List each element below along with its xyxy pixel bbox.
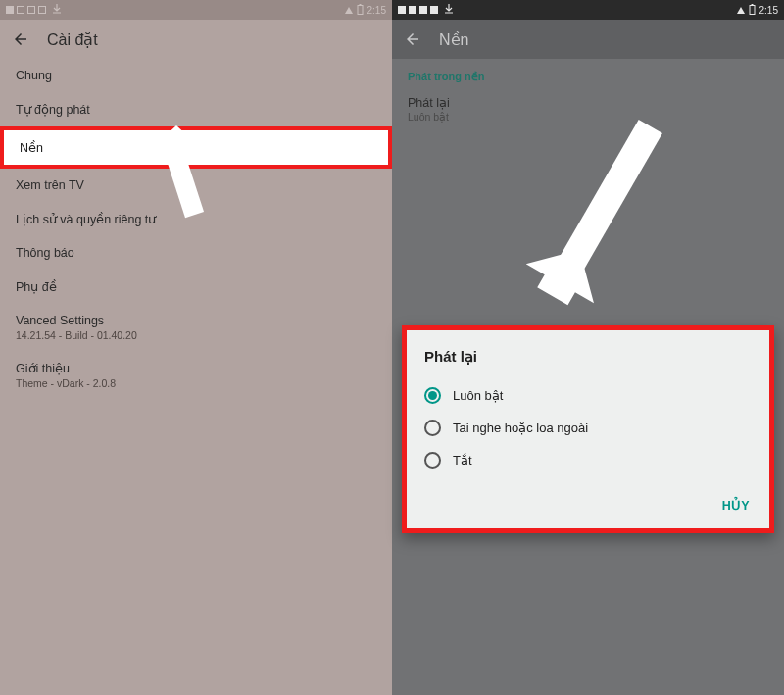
row-notifications[interactable]: Thông báo (0, 236, 392, 270)
page-title: Nền (439, 30, 468, 49)
row-vanced-sub: 14.21.54 - Build - 01.40.20 (16, 329, 376, 341)
row-vanced-settings[interactable]: Vanced Settings 14.21.54 - Build - 01.40… (0, 304, 392, 351)
back-icon[interactable] (404, 30, 421, 48)
svg-rect-1 (359, 4, 361, 6)
svg-rect-5 (751, 4, 753, 6)
row-playback-title: Phát lại (408, 95, 768, 110)
cancel-button[interactable]: HỦY (714, 492, 758, 519)
row-background[interactable]: Nền (4, 130, 388, 165)
dialog-playback: Phát lại Luôn bật Tai nghe hoặc loa ngoà… (407, 330, 769, 486)
section-label-background: Phát trong nền (392, 59, 784, 89)
highlight-background-row: Nền (0, 126, 392, 169)
download-icon (53, 4, 61, 16)
row-playback-value: Luôn bật (408, 111, 768, 123)
row-about-sub: Theme - vDark - 2.0.8 (16, 377, 376, 389)
option-label: Tai nghe hoặc loa ngoài (453, 421, 588, 435)
radio-icon (424, 420, 441, 436)
row-watch-tv[interactable]: Xem trên TV (0, 169, 392, 202)
back-icon[interactable] (12, 30, 29, 48)
svg-rect-0 (358, 5, 363, 14)
radio-icon (424, 387, 441, 404)
status-bar-right: 2:15 (392, 0, 784, 20)
battery-icon (749, 4, 756, 17)
battery-icon (357, 4, 364, 17)
row-general[interactable]: Chung (0, 59, 392, 92)
row-playback[interactable]: Phát lại Luôn bật (392, 89, 784, 132)
option-headphones[interactable]: Tai nghe hoặc loa ngoài (424, 412, 752, 444)
clock-text: 2:15 (368, 5, 386, 16)
clock-text: 2:15 (760, 5, 778, 16)
appbar-right: Nền (392, 20, 784, 59)
option-off[interactable]: Tắt (424, 444, 752, 476)
svg-rect-7 (561, 120, 662, 270)
highlight-dialog: Phát lại Luôn bật Tai nghe hoặc loa ngoà… (402, 325, 774, 533)
row-history[interactable]: Lịch sử và quyền riêng tư (0, 202, 392, 236)
row-about-title: Giới thiệu (16, 361, 376, 375)
page-title: Cài đặt (47, 30, 98, 49)
row-captions[interactable]: Phụ đề (0, 270, 392, 304)
download-icon (445, 4, 453, 16)
option-label: Tắt (453, 453, 472, 468)
appbar-left: Cài đặt (0, 20, 392, 59)
svg-marker-6 (519, 230, 613, 317)
dialog-title: Phát lại (424, 348, 752, 366)
row-vanced-title: Vanced Settings (16, 314, 376, 327)
option-label: Luôn bật (453, 388, 503, 403)
svg-rect-4 (750, 5, 755, 14)
row-autoplay[interactable]: Tự động phát (0, 92, 392, 126)
annotation-arrow-right (519, 118, 696, 323)
status-bar-left: 2:15 (0, 0, 392, 20)
wifi-icon (345, 7, 353, 14)
radio-icon (424, 452, 441, 469)
wifi-icon (737, 7, 745, 14)
row-about[interactable]: Giới thiệu Theme - vDark - 2.0.8 (0, 351, 392, 399)
option-always-on[interactable]: Luôn bật (424, 379, 752, 412)
